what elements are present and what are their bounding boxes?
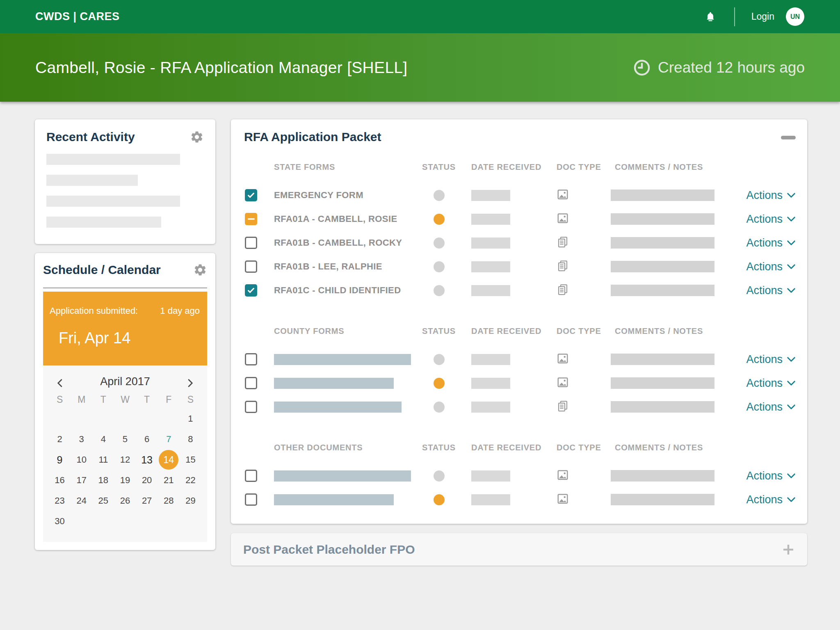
calendar-day[interactable]: 8 [180,429,200,449]
calendar-day[interactable]: 24 [72,491,91,511]
gear-icon[interactable] [193,263,207,277]
calendar-next-icon[interactable] [184,376,196,387]
column-header-status: STATUS [412,326,466,336]
actions-dropdown[interactable]: Actions [746,493,796,506]
status-dot [434,285,445,296]
calendar-day[interactable]: 21 [159,470,178,490]
chevron-down-icon [787,192,796,199]
calendar-day[interactable]: 12 [115,450,135,470]
actions-dropdown[interactable]: Actions [746,189,796,202]
date-placeholder-bar [471,470,510,482]
row-checkbox-indeterminate[interactable] [245,213,257,225]
calendar-day [72,511,91,531]
calendar-day[interactable]: 2 [50,429,70,449]
form-name-placeholder-bar [274,402,402,413]
actions-dropdown[interactable]: Actions [746,353,796,366]
calendar-day-selected[interactable]: 14 [159,450,178,470]
calendar-weekday-row: S M T W T F S [49,394,201,405]
calendar-day[interactable]: 30 [50,511,70,531]
page-header-band: Cambell, Rosie - RFA Application Manager… [0,33,840,102]
calendar-day [94,511,113,531]
created-text: Created 12 hours ago [658,59,805,76]
actions-label: Actions [746,189,783,202]
image-doc-icon [557,469,569,481]
actions-dropdown[interactable]: Actions [746,260,796,273]
banner-date: Fri, Apr 14 [59,329,200,347]
column-header-status: STATUS [412,162,466,172]
calendar-day[interactable]: 10 [72,450,91,470]
actions-dropdown[interactable]: Actions [746,470,796,482]
chevron-down-icon [787,216,796,222]
calendar-day[interactable]: 13 [137,450,157,470]
calendar-day[interactable]: 28 [159,491,178,511]
calendar-day[interactable]: 3 [72,429,91,449]
row-checkbox-unchecked[interactable] [245,353,257,365]
login-link[interactable]: Login [751,11,774,22]
form-name: RFA01B - LEE, RALPHIE [274,261,412,272]
actions-label: Actions [746,353,783,366]
calendar-day [159,511,178,531]
calendar-day[interactable]: 5 [115,429,135,449]
actions-label: Actions [746,213,783,226]
calendar-day[interactable]: 15 [180,450,200,470]
weekday-label: T [100,394,106,405]
actions-dropdown[interactable]: Actions [746,213,796,226]
activity-placeholder-bar [46,196,180,207]
add-plus-button[interactable] [782,543,795,556]
calendar-prev-icon[interactable] [55,376,66,387]
app-logo[interactable]: CWDS | CARES [35,10,120,23]
actions-dropdown[interactable]: Actions [746,284,796,297]
row-checkbox-unchecked[interactable] [245,377,257,389]
calendar-day[interactable]: 18 [94,470,113,490]
status-dot [434,470,445,482]
packet-section-other-documents: OTHER DOCUMENTS STATUS DATE RECEIVED DOC… [244,438,796,511]
column-header-status: STATUS [412,443,466,452]
calendar-day[interactable]: 26 [115,491,135,511]
actions-label: Actions [746,377,783,390]
calendar-day[interactable]: 17 [72,470,91,490]
collapse-minus-button[interactable] [781,136,796,139]
row-checkbox-unchecked[interactable] [245,470,257,482]
calendar-day [94,409,113,429]
calendar-day [115,511,135,531]
calendar-day[interactable]: 9 [50,450,70,470]
row-checkbox-unchecked[interactable] [245,260,257,273]
packet-section-county-forms: COUNTY FORMS STATUS DATE RECEIVED DOC TY… [244,322,796,419]
main-content: Recent Activity Schedule / Calendar Appl… [0,102,840,566]
date-placeholder-bar [471,214,510,225]
notifications-bell-icon[interactable] [705,11,716,23]
calendar-day[interactable]: 4 [94,429,113,449]
table-row: RFA01A - CAMBELL, ROSIE Actions [244,207,796,231]
calendar-day[interactable]: 1 [180,409,200,429]
calendar-day[interactable]: 27 [137,491,157,511]
user-avatar[interactable]: UN [786,7,804,26]
calendar-day[interactable]: 25 [94,491,113,511]
form-name: RFA01A - CAMBELL, ROSIE [274,214,412,224]
calendar-day[interactable]: 23 [50,491,70,511]
actions-dropdown[interactable]: Actions [746,401,796,413]
calendar-day[interactable]: 16 [50,470,70,490]
form-name-placeholder-bar [274,494,394,505]
calendar-day[interactable]: 19 [115,470,135,490]
row-checkbox-checked[interactable] [245,189,257,201]
table-row: RFA01B - CAMBELL, ROCKY Actions [244,231,796,255]
calendar-day[interactable]: 22 [180,470,200,490]
calendar-day-highlighted[interactable]: 7 [159,429,178,449]
column-header-doc-type: DOC TYPE [555,162,607,172]
table-header-row: COUNTY FORMS STATUS DATE RECEIVED DOC TY… [244,322,796,340]
calendar-day[interactable]: 20 [137,470,157,490]
form-name: RFA01B - CAMBELL, ROCKY [274,237,412,248]
actions-dropdown[interactable]: Actions [746,377,796,390]
actions-dropdown[interactable]: Actions [746,237,796,249]
post-packet-placeholder: Post Packet Placeholder FPO [231,533,807,566]
chevron-down-icon [787,497,796,503]
row-checkbox-unchecked[interactable] [245,401,257,413]
calendar-day[interactable]: 11 [94,450,113,470]
calendar-day[interactable]: 29 [180,491,200,511]
row-checkbox-unchecked[interactable] [245,237,257,249]
row-checkbox-unchecked[interactable] [245,493,257,506]
row-checkbox-checked[interactable] [245,284,257,297]
gear-icon[interactable] [190,130,204,144]
weekday-label: W [121,394,130,405]
calendar-day[interactable]: 6 [137,429,157,449]
